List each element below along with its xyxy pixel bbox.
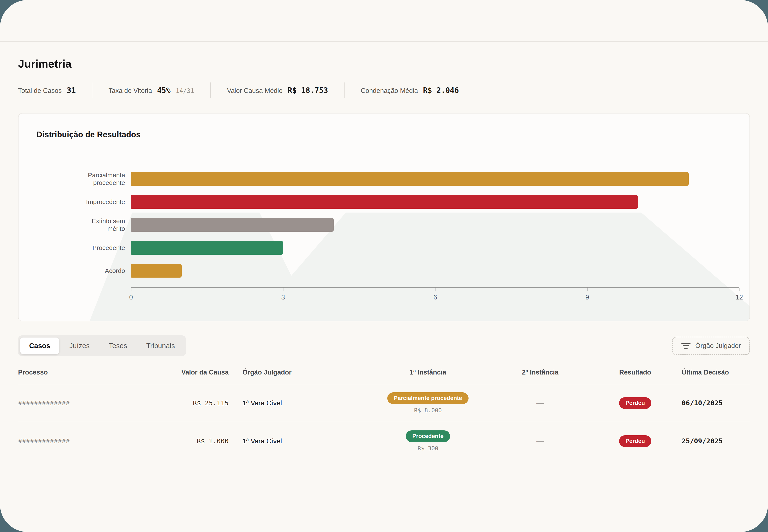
chart-bar-row-parcialmente-procedente: Parcialmenteprocedente <box>36 172 739 186</box>
chart-bar[interactable] <box>131 172 689 186</box>
orgao-julgador-filter-button[interactable]: Órgão Julgador <box>672 337 750 355</box>
bar-chart: ParcialmenteprocedenteImprocedenteExtint… <box>36 172 739 278</box>
cell-ultima-decisao: 06/10/2025 <box>682 399 750 407</box>
tick-label: 6 <box>433 294 437 301</box>
cell-ultima-decisao: 25/09/2025 <box>682 437 750 445</box>
stat-total-de-casos: Total de Casos31 <box>18 86 76 95</box>
cell-valor-da-causa: R$ 25.115 <box>146 399 229 407</box>
x-axis: 036912 <box>36 287 739 304</box>
tick-label: 3 <box>281 294 285 301</box>
cell-segunda-instancia: — <box>492 399 589 407</box>
stat-separator <box>92 82 92 98</box>
chart-category-label: Extinto semmérito <box>36 217 131 233</box>
cell-primeira-instancia: ProcedenteR$ 300 <box>364 430 492 452</box>
x-axis-tick: 12 <box>736 288 743 301</box>
outcome-badge-procedente: Procedente <box>406 430 450 442</box>
x-axis-tick: 0 <box>129 288 133 301</box>
condenacao-sub-value: R$ 300 <box>364 445 492 452</box>
column-header-ultima-decisao: Última Decisão <box>682 369 750 376</box>
column-header-processo: Processo <box>18 369 146 376</box>
table-header-row: ProcessoValor da CausaÓrgão Julgador1ª I… <box>18 369 750 384</box>
cell-orgao-julgador: 1ª Vara Cível <box>229 399 364 407</box>
column-header-1-instancia: 1ª Instância <box>364 369 492 376</box>
chart-bar-track <box>131 172 739 186</box>
tick-mark <box>435 288 436 291</box>
stat-value: 45% <box>157 86 170 95</box>
cell-orgao-julgador: 1ª Vara Cível <box>229 437 364 445</box>
table-body: #############R$ 25.1151ª Vara CívelParci… <box>18 384 750 460</box>
tick-mark <box>283 288 283 291</box>
chart-category-label: Improcedente <box>36 198 131 206</box>
cell-primeira-instancia: Parcialmente procedenteR$ 8.000 <box>364 392 492 414</box>
x-axis-tick: 6 <box>433 288 437 301</box>
tab-juizes[interactable]: Juízes <box>60 338 98 354</box>
stat-sub-value: 14/31 <box>176 87 194 94</box>
chart-bar-track <box>131 241 739 255</box>
stat-label: Taxa de Vitória <box>108 87 152 95</box>
x-axis-line: 036912 <box>131 287 739 304</box>
outcome-badge-parcialmente-procedente: Parcialmente procedente <box>387 392 468 404</box>
tab-casos[interactable]: Casos <box>20 338 59 354</box>
main-content: Jurimetria Total de Casos31Taxa de Vitór… <box>0 42 768 532</box>
chart-bar-row-extinto-sem-merito: Extinto semmérito <box>36 218 739 232</box>
filter-funnel-icon <box>681 343 691 349</box>
stat-label: Total de Casos <box>18 87 62 95</box>
tick-mark <box>131 288 131 291</box>
app-window: Jurimetria Total de Casos31Taxa de Vitór… <box>0 0 768 532</box>
tick-mark <box>739 288 740 291</box>
stat-value: R$ 18.753 <box>288 86 328 95</box>
chart-bar-track <box>131 218 739 232</box>
chart-bar[interactable] <box>131 241 283 255</box>
tab-bar: CasosJuízesTesesTribunais <box>18 335 186 356</box>
tabs-and-filter-row: CasosJuízesTesesTribunais Órgão Julgador <box>18 335 750 356</box>
stat-value: R$ 2.046 <box>423 86 459 95</box>
cases-table: ProcessoValor da CausaÓrgão Julgador1ª I… <box>18 369 750 460</box>
chart-bar[interactable] <box>131 195 638 209</box>
filter-button-label: Órgão Julgador <box>695 342 741 350</box>
table-row[interactable]: #############R$ 25.1151ª Vara CívelParci… <box>18 384 750 422</box>
tick-label: 0 <box>129 294 133 301</box>
column-header-valor-da-causa: Valor da Causa <box>146 369 229 376</box>
cell-processo: ############# <box>18 399 146 407</box>
result-badge-perdeu: Perdeu <box>619 397 652 409</box>
cell-resultado: Perdeu <box>589 397 682 409</box>
chart-bar-row-improcedente: Improcedente <box>36 195 739 209</box>
chart-bar[interactable] <box>131 218 334 232</box>
tick-label: 9 <box>585 294 589 301</box>
results-distribution-card: Distribuição de Resultados Parcialmentep… <box>18 113 750 321</box>
column-header-orgao-julgador: Órgão Julgador <box>229 369 364 376</box>
chart-bar[interactable] <box>131 264 182 278</box>
stat-separator <box>344 82 344 98</box>
summary-stats: Total de Casos31Taxa de Vitória45%14/31V… <box>18 82 750 98</box>
tab-tribunais[interactable]: Tribunais <box>137 338 184 354</box>
condenacao-sub-value: R$ 8.000 <box>364 407 492 414</box>
table-row[interactable]: #############R$ 1.0001ª Vara CívelProced… <box>18 422 750 460</box>
chart-category-label: Procedente <box>36 244 131 252</box>
stat-separator <box>210 82 211 98</box>
chart-bar-track <box>131 264 739 278</box>
tick-mark <box>587 288 588 291</box>
stat-valor-causa-medio: Valor Causa MédioR$ 18.753 <box>227 86 328 95</box>
stat-taxa-de-vitoria: Taxa de Vitória45%14/31 <box>108 86 194 95</box>
cell-valor-da-causa: R$ 1.000 <box>146 437 229 445</box>
tick-label: 12 <box>736 294 743 301</box>
window-chrome-bar <box>0 0 768 42</box>
result-badge-perdeu: Perdeu <box>619 435 652 447</box>
chart-bar-track <box>131 195 739 209</box>
stat-condenacao-media: Condenação MédiaR$ 2.046 <box>361 86 459 95</box>
cell-processo: ############# <box>18 437 146 445</box>
cell-segunda-instancia: — <box>492 437 589 445</box>
axis-spacer <box>36 287 131 304</box>
page-title: Jurimetria <box>18 57 750 70</box>
x-axis-tick: 3 <box>281 288 285 301</box>
tab-teses[interactable]: Teses <box>100 338 136 354</box>
x-axis-tick: 9 <box>585 288 589 301</box>
chart-category-label: Parcialmenteprocedente <box>36 171 131 187</box>
chart-bar-row-procedente: Procedente <box>36 241 739 255</box>
chart-bar-row-acordo: Acordo <box>36 264 739 278</box>
column-header-2-instancia: 2ª Instância <box>492 369 589 376</box>
chart-category-label: Acordo <box>36 267 131 275</box>
page-background: Jurimetria Total de Casos31Taxa de Vitór… <box>0 0 768 532</box>
stat-value: 31 <box>67 86 76 95</box>
stat-label: Valor Causa Médio <box>227 87 282 95</box>
